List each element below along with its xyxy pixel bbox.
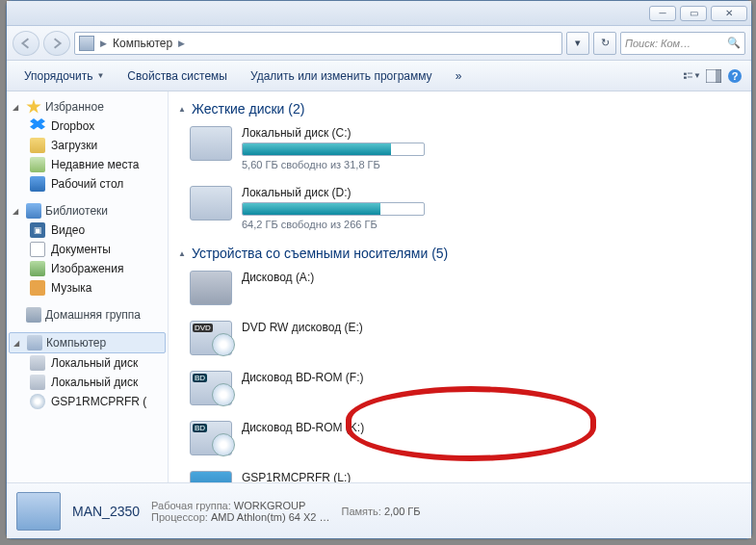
search-icon: 🔍 bbox=[727, 37, 741, 49]
bluray-icon bbox=[190, 421, 232, 455]
arrow-right-icon bbox=[51, 38, 63, 49]
document-icon bbox=[30, 242, 45, 257]
drive-bd-f[interactable]: Дисковод BD-ROM (F:) bbox=[188, 369, 457, 407]
details-workgroup: Рабочая группа: WORKGROUP Процессор: AMD… bbox=[151, 500, 329, 523]
computer-icon bbox=[79, 36, 94, 51]
usage-bar bbox=[242, 202, 425, 216]
sidebar-item-recent[interactable]: Недавние места bbox=[9, 155, 166, 174]
sidebar: ◢Избранное Dropbox Загрузки Недавние мес… bbox=[7, 91, 169, 482]
view-mode-button[interactable]: ▼ bbox=[684, 67, 701, 85]
organize-button[interactable]: Упорядочить▼ bbox=[14, 65, 114, 87]
video-icon: ▣ bbox=[30, 222, 45, 238]
sidebar-item-downloads[interactable]: Загрузки bbox=[9, 136, 166, 155]
main-pane: ▲Жесткие диски (2) Локальный диск (C:) 5… bbox=[169, 91, 751, 482]
disc-icon bbox=[30, 394, 45, 409]
refresh-button[interactable]: ↻ bbox=[593, 32, 616, 55]
details-pane: MAN_2350 Рабочая группа: WORKGROUP Проце… bbox=[7, 482, 751, 538]
address-dropdown-button[interactable]: ▾ bbox=[566, 32, 589, 55]
close-button[interactable]: ✕ bbox=[711, 6, 747, 21]
address-location: Компьютер bbox=[113, 37, 172, 50]
drive-label: Локальный диск (C:) bbox=[242, 126, 456, 140]
help-icon: ? bbox=[727, 68, 743, 84]
drive-label: GSP1RMCPRFR (L:) bbox=[242, 471, 456, 482]
drive-label: Дисковод BD-ROM (F:) bbox=[242, 371, 456, 384]
drive-label: DVD RW дисковод (E:) bbox=[242, 321, 456, 334]
sidebar-group-computer[interactable]: ◢Компьютер bbox=[9, 332, 166, 353]
triangle-down-icon: ◢ bbox=[13, 207, 22, 216]
homegroup-icon bbox=[26, 307, 41, 323]
drive-freespace: 5,60 ГБ свободно из 31,8 ГБ bbox=[242, 159, 456, 170]
sidebar-item-images[interactable]: Изображения bbox=[9, 259, 166, 278]
drive-local-d[interactable]: Локальный диск (D:) 64,2 ГБ свободно из … bbox=[188, 184, 457, 232]
drive-label: Дисковод BD-ROM (K:) bbox=[242, 421, 456, 434]
sidebar-item-local-disk[interactable]: Локальный диск bbox=[9, 373, 166, 392]
section-removable[interactable]: ▲Устройства со съемными носителями (5) bbox=[178, 246, 742, 261]
drive-local-c[interactable]: Локальный диск (C:) 5,60 ГБ свободно из … bbox=[188, 124, 457, 172]
maximize-button[interactable]: ▭ bbox=[680, 6, 707, 21]
drive-bd-k[interactable]: Дисковод BD-ROM (K:) bbox=[188, 419, 457, 457]
triangle-down-icon: ◢ bbox=[13, 103, 22, 112]
back-button[interactable] bbox=[13, 31, 39, 56]
details-name: MAN_2350 bbox=[72, 504, 140, 519]
uninstall-program-button[interactable]: Удалить или изменить программу bbox=[241, 65, 442, 87]
folder-icon bbox=[30, 138, 45, 153]
sidebar-item-video[interactable]: ▣Видео bbox=[9, 221, 166, 240]
sidebar-item-dropbox[interactable]: Dropbox bbox=[9, 117, 166, 136]
sidebar-item-win-install-disk[interactable]: GSP1RMCPRFR ( bbox=[9, 392, 166, 411]
help-button[interactable]: ? bbox=[726, 67, 743, 85]
minimize-button[interactable]: ─ bbox=[649, 6, 676, 21]
desktop-icon bbox=[30, 176, 45, 192]
hdd-icon bbox=[30, 355, 45, 371]
recent-icon bbox=[30, 157, 45, 172]
chevron-right-icon: ▶ bbox=[100, 39, 107, 48]
drive-win-install-l[interactable]: GSP1RMCPRFR (L:) 1,41 ГБ свободно из 3,7… bbox=[188, 469, 457, 482]
sidebar-item-desktop[interactable]: Рабочий стол bbox=[9, 174, 166, 194]
chevron-down-icon: ▼ bbox=[96, 71, 104, 80]
hdd-icon bbox=[30, 375, 45, 390]
toolbar-overflow-button[interactable]: » bbox=[446, 65, 472, 87]
section-hard-disks[interactable]: ▲Жесткие диски (2) bbox=[178, 101, 742, 117]
dvd-icon bbox=[190, 321, 232, 355]
hdd-icon bbox=[190, 186, 232, 221]
computer-large-icon bbox=[16, 492, 61, 531]
svg-rect-1 bbox=[688, 72, 692, 73]
preview-pane-button[interactable] bbox=[705, 67, 722, 85]
image-icon bbox=[30, 261, 45, 276]
sidebar-item-local-disk[interactable]: Локальный диск bbox=[9, 353, 166, 373]
computer-icon bbox=[27, 335, 42, 350]
triangle-down-icon: ▲ bbox=[178, 249, 186, 258]
sidebar-item-documents[interactable]: Документы bbox=[9, 240, 166, 259]
details-memory: Память: 2,00 ГБ bbox=[341, 506, 420, 517]
libraries-icon bbox=[26, 203, 41, 219]
svg-rect-2 bbox=[684, 76, 687, 78]
chevron-right-icon: ▶ bbox=[178, 39, 185, 48]
sidebar-group-favorites[interactable]: ◢Избранное bbox=[9, 97, 166, 117]
drive-dvd-e[interactable]: DVD RW дисковод (E:) bbox=[188, 319, 457, 357]
address-bar[interactable]: ▶ Компьютер ▶ bbox=[74, 32, 562, 55]
dropbox-icon bbox=[30, 118, 45, 134]
search-input[interactable]: Поиск: Ком… 🔍 bbox=[620, 32, 745, 55]
triangle-down-icon: ▲ bbox=[178, 105, 186, 114]
star-icon bbox=[26, 99, 41, 115]
svg-rect-5 bbox=[716, 69, 721, 83]
titlebar: ─ ▭ ✕ bbox=[7, 1, 751, 26]
floppy-icon bbox=[190, 271, 232, 305]
toolbar: Упорядочить▼ Свойства системы Удалить ил… bbox=[7, 61, 751, 91]
sidebar-group-libraries[interactable]: ◢Библиотеки bbox=[9, 201, 166, 221]
usage-bar bbox=[242, 143, 425, 156]
bluray-icon bbox=[190, 371, 232, 405]
drive-floppy-a[interactable]: Дисковод (A:) bbox=[188, 269, 457, 307]
view-icon bbox=[684, 69, 693, 83]
svg-rect-0 bbox=[684, 72, 687, 74]
svg-text:?: ? bbox=[732, 70, 739, 82]
forward-button[interactable] bbox=[43, 31, 70, 56]
hdd-icon bbox=[190, 126, 232, 161]
sidebar-group-homegroup[interactable]: ◢Домашняя группа bbox=[9, 305, 166, 324]
arrow-left-icon bbox=[20, 38, 32, 49]
music-icon bbox=[30, 280, 45, 296]
explorer-window: ─ ▭ ✕ ▶ Компьютер ▶ ▾ ↻ Поиск: Ком… 🔍 Уп… bbox=[6, 0, 752, 539]
system-properties-button[interactable]: Свойства системы bbox=[117, 65, 237, 87]
triangle-down-icon: ◢ bbox=[13, 339, 23, 348]
sidebar-item-music[interactable]: Музыка bbox=[9, 278, 166, 298]
drive-label: Локальный диск (D:) bbox=[242, 186, 456, 199]
